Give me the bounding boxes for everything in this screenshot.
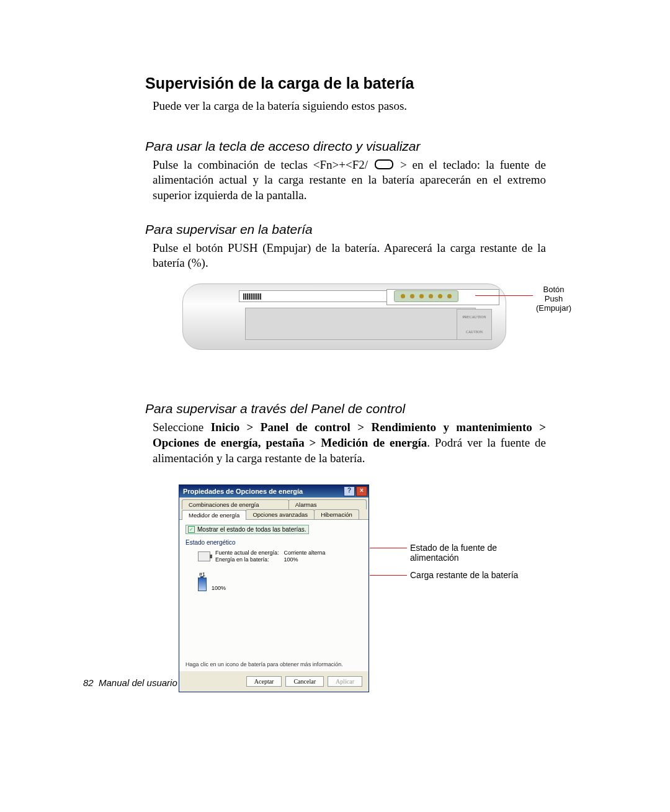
- section2-body: Pulse el botón PUSH (Empujar) de la bate…: [153, 241, 546, 271]
- callout-battery-charge: Carga restante de la batería: [410, 570, 518, 580]
- intro-text: Puede ver la carga de la batería siguien…: [153, 99, 546, 114]
- tab-advanced[interactable]: Opciones avanzadas: [246, 509, 315, 519]
- section2-title: Para supervisar en la batería: [145, 222, 546, 237]
- apply-button[interactable]: Aplicar: [328, 676, 362, 687]
- ok-button[interactable]: Aceptar: [246, 676, 282, 687]
- push-button-icon: [447, 294, 452, 298]
- cancel-button[interactable]: Cancelar: [285, 676, 324, 687]
- footer-text: Manual del usuario: [99, 677, 177, 688]
- dialog-tabs: Combinaciones de energía Alarmas Medidor…: [179, 497, 368, 520]
- dialog-button-bar: Aceptar Cancelar Aplicar: [179, 671, 368, 692]
- power-source-value: Corriente alterna: [284, 550, 326, 556]
- dialog-panel: ✓ Mostrar el estado de todas las batería…: [179, 520, 368, 671]
- section1-title: Para usar la tecla de acceso directo y v…: [145, 139, 546, 154]
- page-footer: 82 Manual del usuario: [83, 677, 177, 688]
- battery-row: #1 100%: [198, 571, 362, 591]
- dialog-title: Propiedades de Opciones de energía: [183, 488, 303, 495]
- battery-icon[interactable]: [198, 578, 207, 591]
- dialog-titlebar: Propiedades de Opciones de energía ? ×: [179, 485, 368, 497]
- text: Seleccione: [153, 421, 211, 434]
- battery-energy-label: Energía en la batería:: [215, 556, 269, 563]
- page-number: 82: [83, 677, 94, 688]
- callout-line: [475, 295, 533, 296]
- battery-side-sticker: PRECAUTIONCAUTION: [457, 309, 492, 340]
- battery-body: PRECAUTIONCAUTION: [182, 283, 506, 350]
- checkbox-icon: ✓: [188, 526, 195, 533]
- battery-leds: [394, 290, 458, 302]
- page-title: Supervisión de la carga de la batería: [145, 74, 546, 92]
- push-button-callout: Botón Push(Empujar): [536, 285, 571, 313]
- plug-icon: [198, 551, 210, 561]
- tab-alarms[interactable]: Alarmas: [288, 499, 367, 509]
- tab-combinations[interactable]: Combinaciones de energía: [182, 499, 289, 509]
- battery-illustration: PRECAUTIONCAUTION Botón Push(Empujar): [182, 283, 546, 364]
- power-source-label: Fuente actual de energía:: [215, 550, 279, 556]
- checkbox-label: Mostrar el estado de todas las baterías.: [197, 526, 306, 533]
- battery-key-icon: [375, 159, 393, 169]
- callout-power-source: Estado de la fuente de alimentación: [410, 543, 546, 563]
- battery-label-sticker: [245, 308, 476, 340]
- battery-energy-value: 100%: [284, 556, 298, 563]
- power-options-dialog: Propiedades de Opciones de energía ? × C…: [179, 484, 369, 692]
- section1-body: Pulse la combinación de teclas <Fn>+<F2/…: [153, 158, 546, 203]
- section3-title: Para supervisar a través del Panel de co…: [145, 401, 546, 416]
- dialog-hint: Haga clic en un icono de batería para ob…: [185, 661, 362, 667]
- close-button[interactable]: ×: [356, 486, 367, 496]
- callout-line: [370, 575, 407, 576]
- tab-power-meter[interactable]: Medidor de energía: [182, 510, 246, 520]
- power-source-row: Fuente actual de energía: Energía en la …: [198, 550, 362, 563]
- power-status-group: Estado energético: [185, 539, 362, 546]
- tab-hibernation[interactable]: Hibernación: [314, 509, 359, 519]
- help-button[interactable]: ?: [344, 486, 355, 496]
- show-all-batteries-checkbox[interactable]: ✓ Mostrar el estado de todas las batería…: [185, 525, 309, 534]
- battery-percent: 100%: [212, 585, 226, 591]
- callout-line: [370, 548, 407, 548]
- text: Pulse la combinación de teclas <Fn>+<F2/: [153, 158, 368, 171]
- section3-body: Seleccione Inicio > Panel de control > R…: [153, 420, 546, 466]
